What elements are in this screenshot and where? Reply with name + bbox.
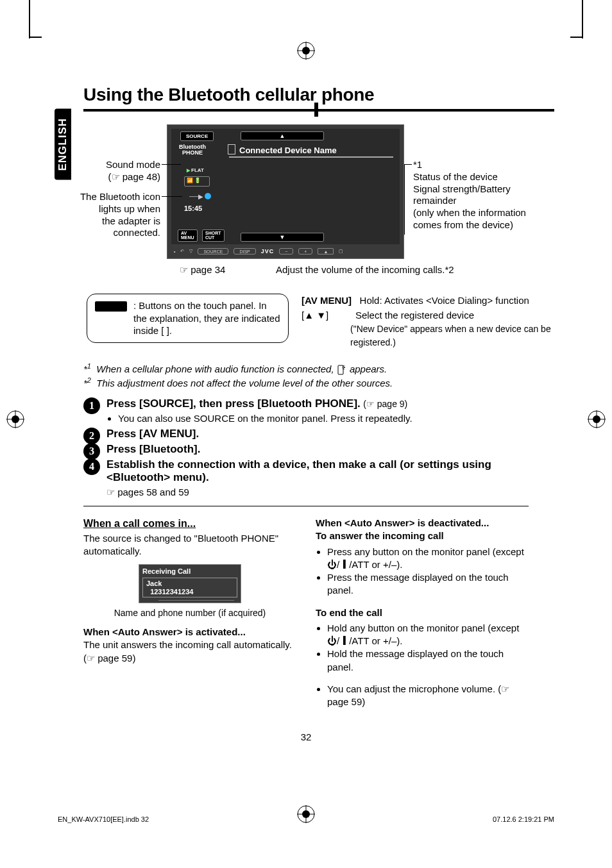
step-subref: ☞ pages 58 and 59 [106,487,554,498]
list-item: Press any button on the monitor panel (e… [327,546,529,572]
step-2: 2 Press [AV MENU]. [83,428,554,440]
clock-display: 15:45 [184,204,202,212]
arrow-icon: ──▶ [189,193,203,200]
footnote-1: *1 When a cellular phone with audio func… [83,362,554,375]
step-bullet: You can also use SOURCE on the monitor p… [118,413,554,424]
short-cut-button[interactable]: SHORTCUT [202,230,225,242]
legend-swatch [95,301,127,312]
receiving-call-display: Receiving Call Jack 12312341234 [139,564,241,603]
disp-button[interactable]: DISP [234,248,255,255]
condition-heading: When <Auto Answer> is activated... [83,626,296,638]
down-button[interactable]: ▼ [241,233,324,242]
av-menu-button[interactable]: AVMENU [178,230,198,242]
page-number: 32 [58,731,554,742]
vol-up-button[interactable]: + [298,248,312,255]
touch-panel-area: SOURCE ▲ BluetoothPHONE Connected Device… [171,129,400,244]
source-label: BluetoothPHONE [179,144,206,156]
registration-mark-icon [588,410,606,428]
action-heading: To answer the incoming call [316,530,529,542]
step-title: Establish the connection with a device, … [106,458,491,483]
vol-down-button[interactable]: − [279,248,293,255]
ui-diagram: SOURCE ▲ BluetoothPHONE Connected Device… [83,124,554,291]
subsection-heading: When a call comes in... [83,517,296,531]
list-item: Hold any button on the monitor panel (ex… [327,622,529,648]
language-tab: ENGLISH [55,109,71,180]
column-answer-end: When <Auto Answer> is deactivated... To … [316,517,529,711]
callout-volume-adjust: Adjust the volume of the incoming calls.… [276,264,454,275]
step-title: Press [SOURCE], then press [Bluetooth PH… [106,397,361,410]
source-panel-button[interactable]: SOURCE [198,248,228,255]
step-number: 3 [83,443,100,460]
step-title: Press [AV MENU]. [106,428,199,440]
att-icon: ▽ [189,249,192,254]
reset-icon: • [174,249,175,254]
list-item: You can adjust the microphone volume. (☞… [327,683,529,709]
audio-phone-icon [337,365,347,375]
callout-sound-mode: Sound mode (☞ page 48) [77,159,160,183]
step-number: 4 [83,458,100,475]
device-screen: SOURCE ▲ BluetoothPHONE Connected Device… [167,124,404,259]
power-att-icon: ⏻/❙ [327,559,349,570]
registration-mark-icon [297,42,315,60]
step-number: 1 [83,397,100,414]
power-icon[interactable]: ▢ [339,249,343,254]
footer-filename: EN_KW-AVX710[EE].indb 32 [58,815,149,823]
action-heading: To end the call [316,606,529,619]
svg-point-17 [344,367,345,368]
source-button[interactable]: SOURCE [180,131,214,141]
callout-device-status: *1 Status of the device Signal strength/… [413,159,548,231]
divider [83,506,529,506]
footer-timestamp: 07.12.6 2:19:21 PM [493,815,554,823]
print-footer: EN_KW-AVX710[EE].indb 32 07.12.6 2:19:21… [58,815,554,823]
step-title: Press [Bluetooth]. [106,443,200,455]
up-button[interactable]: ▲ [241,131,324,140]
signal-battery-indicator [184,176,210,187]
step-number: 2 [83,428,100,444]
registration-mark-icon [6,410,24,428]
page-title: Using the Bluetooth cellular phone [83,85,554,105]
list-item: Press the message displayed on the touch… [327,571,529,597]
title-rule [83,109,554,113]
back-icon: ↶ [180,249,184,254]
jvc-logo: JVC [261,248,275,255]
callout-bluetooth-icon: The Bluetooth icon lights up when the ad… [71,191,160,239]
list-item: Hold the message displayed on the touch … [327,647,529,674]
sound-mode-indicator: FLAT [187,167,204,173]
step-1: 1 Press [SOURCE], then press [Bluetooth … [83,397,554,424]
bluetooth-icon [205,193,211,199]
caption: Name and phone number (if acquired) [83,607,296,619]
condition-heading: When <Auto Answer> is deactivated... [316,517,529,530]
callout-page34: ☞ page 34 [180,264,225,276]
monitor-panel-strip: • ↶ ▽ SOURCE DISP JVC − + ▲ ▢ [171,246,400,257]
step-3: 3 Press [Bluetooth]. [83,443,554,456]
power-att-icon: ⏻/❙ [327,635,349,646]
footnote-2: *2 This adjustment does not affect the v… [83,376,554,388]
legend-touch-panel-buttons: : Buttons on the touch panel. In the exp… [87,294,289,343]
connected-device-name: Connected Device Name [229,146,393,158]
step-4: 4 Establish the connection with a device… [83,458,554,498]
legend-key-functions: [AV MENU] Hold: Activates <Voice Dialing… [302,294,554,349]
column-incoming-call: When a call comes in... The source is ch… [83,517,296,711]
open-button[interactable]: ▲ [318,248,334,255]
